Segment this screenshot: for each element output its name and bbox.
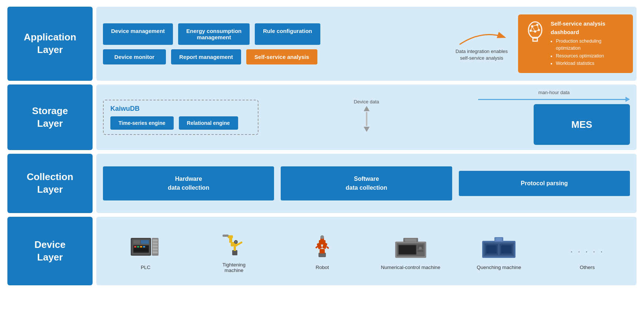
dots-icon: · · · · · — [570, 247, 604, 256]
svg-rect-50 — [399, 245, 416, 254]
application-layer-label: ApplicationLayer — [7, 7, 93, 81]
quenching-label: Quenching machine — [477, 265, 521, 270]
svg-point-44 — [320, 235, 324, 239]
svg-rect-33 — [228, 235, 233, 238]
arrow-up-icon — [364, 106, 370, 111]
device-data-area: Device data — [354, 99, 379, 132]
data-integration-area: Data integration enables self-service an… — [452, 26, 511, 62]
data-integration-label: Data integration enables self-service an… — [456, 48, 508, 62]
collection-layer-label: CollectionLayer — [7, 154, 93, 213]
man-hour-arrow-container: man-hour data — [478, 90, 630, 102]
arrow-left-icon — [478, 97, 630, 102]
device-layer-content: PLC — [96, 217, 637, 285]
svg-rect-46 — [326, 246, 330, 249]
device-item-robot: Robot — [280, 232, 365, 270]
svg-rect-24 — [153, 239, 158, 242]
bullet-1: Production scheduling optimization — [556, 38, 626, 52]
tightening-svg — [217, 232, 251, 257]
plc-icon — [127, 232, 164, 262]
svg-rect-22 — [134, 248, 148, 251]
svg-line-12 — [532, 26, 535, 31]
energy-consumption-btn[interactable]: Energy consumption management — [178, 23, 250, 45]
arrow-head-icon — [625, 97, 630, 102]
device-layer-row: DeviceLayer — [7, 217, 637, 285]
report-management-btn[interactable]: Report management — [171, 49, 241, 64]
svg-rect-29 — [232, 250, 237, 255]
svg-rect-27 — [153, 248, 158, 250]
svg-rect-20 — [140, 246, 142, 248]
bullet-2: Resources optimization — [556, 53, 626, 60]
dashboard-list: Production scheduling optimization Resou… — [551, 38, 626, 67]
self-service-analysis-btn[interactable]: Self-service analysis — [246, 49, 317, 64]
svg-rect-34 — [223, 235, 228, 237]
arrow-vline — [366, 112, 367, 126]
plc-svg — [129, 234, 162, 259]
app-btn-row-2: Device monitor Report management Self-se… — [103, 49, 452, 64]
svg-rect-63 — [496, 238, 502, 241]
robot-icon — [304, 232, 341, 262]
cnc-icon — [392, 232, 429, 262]
svg-rect-55 — [405, 239, 416, 242]
device-item-plc: PLC — [103, 232, 188, 270]
diagram-container: ApplicationLayer Device management Energ… — [0, 0, 644, 296]
orange-arrow-icon — [456, 26, 508, 48]
mes-box[interactable]: MES — [534, 104, 630, 145]
device-monitor-btn[interactable]: Device monitor — [103, 49, 166, 64]
time-series-engine-btn[interactable]: Time-series engine — [110, 116, 174, 130]
cnc-svg — [392, 234, 429, 259]
svg-rect-61 — [501, 245, 511, 253]
software-collection-btn[interactable]: Software data collection — [281, 166, 452, 200]
quenching-icon — [480, 232, 517, 262]
hardware-collection-btn[interactable]: Hardware data collection — [103, 166, 274, 200]
svg-point-36 — [235, 241, 237, 243]
robot-svg — [306, 234, 339, 259]
device-item-others: · · · · · Others — [545, 232, 630, 270]
device-layer-label: DeviceLayer — [7, 217, 93, 285]
collection-layer-row: CollectionLayer Hardware data collection… — [7, 154, 637, 213]
cnc-label: Numerical-control machine — [381, 265, 440, 270]
device-item-tightening: Tightening machine — [191, 229, 277, 273]
svg-rect-1 — [533, 37, 537, 41]
middle-arrows-area: Device data — [258, 99, 474, 136]
tightening-icon — [216, 229, 253, 259]
svg-rect-15 — [133, 240, 140, 244]
svg-rect-53 — [417, 250, 423, 252]
arrow-down-icon — [364, 127, 370, 132]
application-layer-content: Device management Energy consumption man… — [96, 7, 637, 81]
dashboard-title: Self-service analysis dashboard — [551, 20, 626, 36]
protocol-parsing-btn[interactable]: Protocol parsing — [459, 171, 630, 196]
kaiwudb-engines: Time-series engine Relational engine — [110, 116, 238, 130]
device-item-quenching: Quenching machine — [456, 232, 542, 270]
svg-point-52 — [419, 247, 422, 250]
svg-rect-32 — [229, 238, 232, 243]
rule-configuration-btn[interactable]: Rule configuration — [255, 23, 320, 45]
app-main-area: Device management Energy consumption man… — [103, 23, 452, 64]
svg-rect-19 — [137, 246, 139, 248]
plc-label: PLC — [141, 265, 150, 270]
quenching-svg — [480, 234, 517, 259]
device-item-cnc: Numerical-control machine — [368, 232, 454, 270]
kaiwudb-title: KaiwuDB — [110, 105, 140, 113]
robot-label: Robot — [316, 265, 329, 270]
up-down-arrow-icon — [364, 106, 370, 132]
svg-rect-28 — [153, 251, 158, 253]
svg-rect-60 — [486, 245, 497, 253]
brain-network-icon — [525, 20, 547, 46]
storage-layer-content: KaiwuDB Time-series engine Relational en… — [96, 84, 637, 150]
others-icon: · · · · · — [569, 232, 606, 262]
storage-layer-label: StorageLayer — [7, 84, 93, 150]
svg-rect-25 — [153, 242, 158, 245]
svg-rect-18 — [134, 246, 136, 248]
kaiwudb-box: KaiwuDB Time-series engine Relational en… — [103, 100, 258, 135]
relational-engine-btn[interactable]: Relational engine — [179, 116, 238, 130]
application-layer-row: ApplicationLayer Device management Energ… — [7, 7, 637, 81]
storage-inner: KaiwuDB Time-series engine Relational en… — [103, 90, 630, 145]
app-btn-row-1: Device management Energy consumption man… — [103, 23, 452, 45]
man-hour-label: man-hour data — [538, 90, 570, 95]
brain-icon — [525, 20, 547, 49]
svg-rect-26 — [153, 245, 158, 248]
others-label: Others — [580, 265, 595, 270]
device-management-btn[interactable]: Device management — [103, 23, 173, 45]
man-hour-area: man-hour data — [474, 90, 630, 102]
svg-rect-21 — [143, 246, 145, 248]
